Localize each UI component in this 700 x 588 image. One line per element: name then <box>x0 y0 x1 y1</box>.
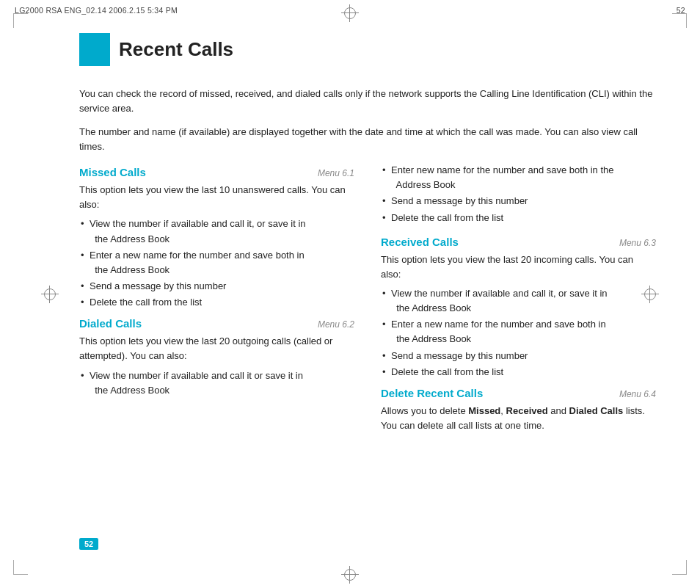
delete-recent-calls-body: Allows you to delete Missed, Received an… <box>381 404 656 433</box>
received-calls-heading: Received Calls Menu 6.3 <box>381 236 656 248</box>
dialed-calls-intro: This option lets you view the last 20 ou… <box>79 334 354 363</box>
title-accent <box>79 33 110 66</box>
corner-mark-br <box>672 560 687 575</box>
page-title: Recent Calls <box>110 33 233 66</box>
missed-calls-menu: Menu 6.1 <box>318 168 354 178</box>
corner-mark-bl <box>13 560 28 575</box>
title-block: Recent Calls <box>79 33 656 66</box>
received-calls-title: Received Calls <box>381 236 459 248</box>
header-page-number: 52 <box>677 6 685 15</box>
dialed-bullet-1: View the number if available and call it… <box>79 369 354 398</box>
file-info: LG2000 RSA ENG_02.14 2006.2.15 5:34 PM <box>15 6 178 15</box>
left-column: Missed Calls Menu 6.1 This option lets y… <box>79 163 354 438</box>
received-bullet-1: View the number if available and call it… <box>381 286 656 316</box>
received-calls-intro: This option lets you view the last 20 in… <box>381 253 656 282</box>
missed-bullet-4: Delete the call from the list <box>79 295 354 310</box>
header-bar: LG2000 RSA ENG_02.14 2006.2.15 5:34 PM 5… <box>0 6 700 15</box>
corner-mark-tl <box>13 13 28 28</box>
missed-calls-heading: Missed Calls Menu 6.1 <box>79 166 354 178</box>
missed-bullet-3: Send a message by this number <box>79 279 354 294</box>
delete-bold-received: Received <box>506 405 548 416</box>
intro-paragraph-2: The number and name (if available) are d… <box>79 125 656 154</box>
dialed-calls-bullets: View the number if available and call it… <box>79 369 354 398</box>
missed-bullet-2: Enter a new name for the number and save… <box>79 248 354 277</box>
right-column: Enter new name for the number and save b… <box>381 163 656 438</box>
dialed-cont-bullet-3: Delete the call from the list <box>381 211 656 225</box>
page-container: LG2000 RSA ENG_02.14 2006.2.15 5:34 PM 5… <box>0 0 700 588</box>
dialed-cont-bullet-1: Enter new name for the number and save b… <box>381 163 656 192</box>
missed-bullet-1: View the number if available and call it… <box>79 217 354 246</box>
delete-bold-missed: Missed <box>468 405 500 416</box>
page-number-box: 52 <box>79 538 98 550</box>
content-area: Recent Calls You can check the record of… <box>79 33 656 566</box>
missed-calls-title: Missed Calls <box>79 166 146 178</box>
dialed-calls-title: Dialed Calls <box>79 317 142 330</box>
missed-calls-intro: This option lets you view the last 10 un… <box>79 183 354 212</box>
received-calls-menu: Menu 6.3 <box>619 238 656 248</box>
delete-bold-dialed: Dialed Calls <box>569 405 624 416</box>
dialed-calls-menu: Menu 6.2 <box>318 319 354 330</box>
received-bullet-2: Enter a new name for the number and save… <box>381 317 656 346</box>
two-col-layout: Missed Calls Menu 6.1 This option lets y… <box>79 163 656 438</box>
received-bullet-3: Send a message by this number <box>381 349 656 363</box>
page-number: 52 <box>84 540 93 548</box>
dialed-calls-continued-bullets: Enter new name for the number and save b… <box>381 163 656 225</box>
dialed-cont-bullet-2: Send a message by this number <box>381 194 656 208</box>
reg-mark-bottom <box>344 569 356 581</box>
received-calls-bullets: View the number if available and call it… <box>381 286 656 380</box>
delete-recent-calls-heading: Delete Recent Calls Menu 6.4 <box>381 387 656 399</box>
reg-mark-left <box>44 288 56 300</box>
corner-mark-tr <box>672 13 687 28</box>
missed-calls-bullets: View the number if available and call it… <box>79 217 354 310</box>
received-bullet-4: Delete the call from the list <box>381 365 656 380</box>
intro-paragraph-1: You can check the record of missed, rece… <box>79 87 656 116</box>
dialed-calls-heading: Dialed Calls Menu 6.2 <box>79 317 354 330</box>
delete-recent-calls-title: Delete Recent Calls <box>381 387 483 399</box>
delete-recent-calls-menu: Menu 6.4 <box>619 389 656 399</box>
